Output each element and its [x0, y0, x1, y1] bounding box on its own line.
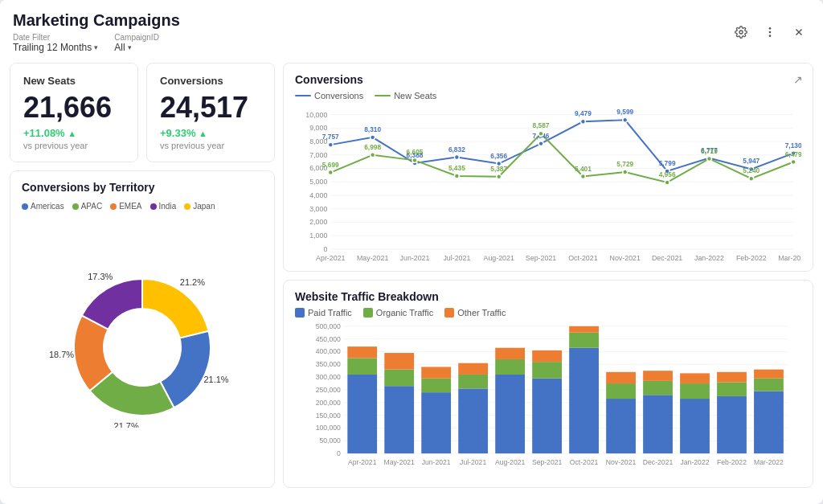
- filters: Date Filter Trailing 12 Months ▾ Campaig…: [13, 33, 180, 53]
- svg-text:5,699: 5,699: [322, 161, 339, 169]
- svg-point-87: [707, 157, 712, 162]
- new-seats-change: +11.08% ▲: [23, 127, 125, 139]
- new-seats-legend-label: New Seats: [394, 91, 436, 100]
- svg-point-81: [580, 174, 585, 179]
- svg-point-3: [769, 35, 772, 37]
- legend-apac: APAC: [72, 202, 103, 211]
- campaign-filter-dropdown[interactable]: All ▾: [114, 42, 159, 53]
- svg-text:Dec-2021: Dec-2021: [652, 254, 682, 262]
- svg-text:0: 0: [323, 245, 327, 253]
- svg-point-2: [769, 31, 772, 34]
- conversions-chart-panel: Conversions ↗ Conversions New Seats 0: [283, 63, 813, 272]
- line-chart: 01,0002,0003,0004,0005,0006,0007,0008,00…: [295, 105, 801, 282]
- svg-rect-149: [643, 371, 673, 381]
- svg-text:9,599: 9,599: [616, 108, 633, 116]
- organic-legend-dot: [363, 308, 373, 318]
- apac-dot: [72, 203, 79, 210]
- svg-text:Oct-2021: Oct-2021: [568, 254, 597, 262]
- conversions-kpi-panel: Conversions 24,517 +9.33% ▲ vs previous …: [146, 63, 275, 162]
- svg-rect-152: [680, 383, 710, 399]
- conversions-legend: Conversions New Seats: [295, 91, 801, 100]
- legend-japan: Japan: [184, 202, 215, 211]
- left-column: New Seats 21,666 +11.08% ▲ vs previous y…: [10, 63, 275, 488]
- date-filter-dropdown[interactable]: Trailing 12 Months ▾: [13, 42, 98, 53]
- traffic-title: Website Traffic Breakdown: [295, 290, 801, 303]
- svg-point-55: [538, 141, 543, 146]
- kpi-row: New Seats 21,666 +11.08% ▲ vs previous y…: [10, 63, 275, 162]
- svg-text:21.2%: 21.2%: [180, 277, 205, 287]
- svg-text:400,000: 400,000: [316, 347, 341, 355]
- svg-text:5,000: 5,000: [309, 178, 327, 186]
- new-seats-value: 21,666: [23, 93, 125, 122]
- svg-text:Oct-2021: Oct-2021: [570, 457, 599, 465]
- svg-text:7,000: 7,000: [309, 151, 327, 159]
- svg-text:200,000: 200,000: [316, 398, 341, 406]
- svg-text:1,000: 1,000: [309, 232, 327, 240]
- svg-point-75: [454, 174, 459, 178]
- svg-rect-129: [458, 363, 488, 374]
- svg-rect-117: [347, 346, 377, 358]
- svg-point-91: [791, 160, 796, 165]
- svg-text:150,000: 150,000: [316, 411, 341, 419]
- traffic-panel: Website Traffic Breakdown Paid Traffic O…: [283, 280, 813, 489]
- svg-rect-127: [458, 388, 488, 453]
- territory-title: Conversions by Territory: [22, 181, 263, 194]
- svg-rect-139: [569, 347, 599, 453]
- svg-text:100,000: 100,000: [316, 424, 341, 432]
- other-legend-dot: [444, 308, 454, 318]
- svg-text:Sep-2021: Sep-2021: [526, 254, 556, 262]
- svg-rect-157: [717, 371, 747, 382]
- americas-label: Americas: [31, 202, 64, 211]
- svg-rect-159: [754, 391, 784, 453]
- svg-text:6,998: 6,998: [364, 143, 381, 151]
- svg-rect-144: [606, 383, 636, 399]
- japan-dot: [184, 203, 190, 210]
- svg-rect-136: [532, 362, 562, 379]
- svg-point-0: [739, 31, 743, 34]
- new-seats-line-dot: [375, 95, 391, 96]
- new-seats-arrow: ▲: [68, 129, 76, 138]
- more-button[interactable]: [759, 21, 781, 43]
- svg-text:9,000: 9,000: [309, 124, 327, 132]
- india-label: India: [159, 202, 177, 211]
- close-button[interactable]: [788, 21, 810, 43]
- svg-text:May-2021: May-2021: [357, 254, 388, 262]
- svg-text:17.3%: 17.3%: [88, 272, 113, 281]
- new-seats-label: New Seats: [23, 75, 125, 87]
- traffic-legend: Paid Traffic Organic Traffic Other Traff…: [295, 308, 801, 318]
- legend-americas: Americas: [22, 202, 64, 211]
- svg-text:Jul-2021: Jul-2021: [460, 457, 486, 465]
- page-title: Marketing Campaigns: [13, 11, 180, 30]
- expand-button[interactable]: ↗: [793, 73, 803, 86]
- organic-legend-label: Organic Traffic: [376, 308, 433, 318]
- legend-organic: Organic Traffic: [363, 308, 433, 318]
- svg-rect-137: [532, 350, 562, 361]
- campaign-filter-chevron: ▾: [128, 43, 132, 51]
- svg-rect-141: [569, 326, 599, 332]
- svg-rect-124: [421, 378, 451, 391]
- conversions-line-dot: [295, 95, 311, 96]
- svg-text:Jan-2022: Jan-2022: [681, 457, 710, 465]
- svg-rect-140: [569, 332, 599, 347]
- svg-text:Sep-2021: Sep-2021: [532, 457, 563, 465]
- svg-rect-128: [458, 374, 488, 387]
- svg-point-79: [538, 131, 543, 136]
- settings-button[interactable]: [730, 21, 752, 43]
- donut-chart: 21.2%21.1%21.7%18.7%17.3%: [38, 267, 247, 428]
- legend-india: India: [150, 202, 177, 211]
- svg-rect-151: [680, 399, 710, 453]
- svg-text:6,832: 6,832: [448, 145, 465, 154]
- conversions-kpi-label: Conversions: [160, 75, 261, 87]
- svg-text:21.1%: 21.1%: [203, 375, 228, 384]
- svg-rect-121: [384, 353, 414, 370]
- bar-chart: 050,000100,000150,000200,000250,000300,0…: [295, 322, 801, 485]
- territory-panel: Conversions by Territory Americas APAC: [10, 170, 275, 488]
- other-legend-label: Other Traffic: [457, 308, 506, 318]
- svg-text:8,310: 8,310: [364, 125, 381, 133]
- svg-text:Jan-2022: Jan-2022: [694, 254, 724, 262]
- svg-text:6,605: 6,605: [407, 148, 424, 156]
- date-filter-group: Date Filter Trailing 12 Months ▾: [13, 33, 98, 53]
- svg-rect-143: [606, 399, 636, 453]
- svg-text:2,000: 2,000: [309, 218, 327, 226]
- svg-text:7,757: 7,757: [322, 133, 339, 141]
